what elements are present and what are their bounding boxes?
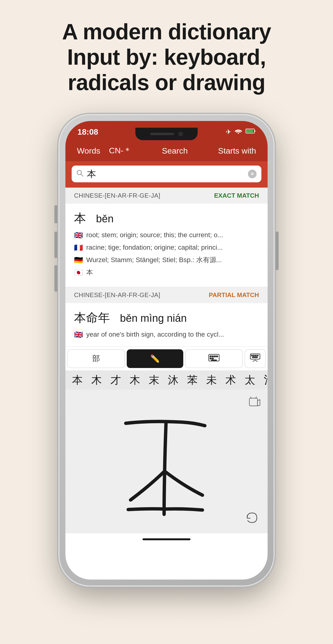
svg-rect-3 [246, 130, 253, 133]
partial-pinyin: běn mìng nián [120, 312, 187, 324]
partial-match-card[interactable]: 本命年 běn mìng nián 🇬🇧 year of one's birth… [66, 303, 268, 346]
exact-match-badge: EXACT MATCH [214, 192, 259, 199]
search-icon [76, 170, 84, 178]
partial-headword: 本命年 běn mìng nián [74, 310, 259, 326]
phone-screen: 18:08 ✈ [66, 121, 268, 580]
svg-line-20 [253, 360, 255, 362]
svg-rect-16 [253, 355, 254, 356]
hide-keyboard-icon [250, 354, 260, 364]
svg-point-0 [238, 133, 239, 134]
suggestion-5[interactable]: 沐 [164, 373, 183, 387]
search-area: 本 × [66, 161, 268, 188]
svg-rect-22 [250, 398, 258, 406]
home-indicator [66, 533, 268, 545]
svg-rect-2 [254, 130, 256, 132]
nav-cn[interactable]: CN-＊ [105, 145, 136, 156]
suggestion-2[interactable]: 才 [106, 373, 125, 387]
suggestion-0[interactable]: 本 [68, 373, 87, 387]
nav-search[interactable]: Search [158, 146, 192, 156]
phone-mockup: 18:08 ✈ [59, 114, 274, 586]
search-input[interactable]: 本 [87, 168, 244, 180]
svg-rect-12 [212, 358, 214, 359]
draw-button[interactable]: ✏️ [127, 349, 183, 368]
svg-rect-7 [210, 356, 211, 357]
def-en: 🇬🇧 root; stem; origin; source; this; the… [74, 230, 259, 240]
title-line2: Input by: keyboard, [62, 44, 271, 70]
search-clear-button[interactable]: × [248, 170, 256, 178]
svg-rect-15 [251, 355, 252, 356]
svg-rect-18 [257, 355, 258, 356]
flag-fr: 🇫🇷 [74, 243, 83, 253]
flag-uk: 🇬🇧 [74, 230, 83, 240]
radical-button[interactable]: 部 [67, 349, 125, 368]
exact-pinyin: běn [96, 213, 114, 224]
partial-def-en: 🇬🇧 year of one's birth sign, according t… [74, 330, 259, 340]
flag-ja: 🇯🇵 [74, 268, 83, 278]
battery-icon [246, 128, 256, 136]
power-button [274, 232, 278, 270]
hide-keyboard-button[interactable] [244, 349, 266, 368]
status-time: 18:08 [78, 127, 98, 136]
svg-point-4 [77, 170, 82, 175]
input-toolbar: 部 ✏️ [66, 346, 268, 370]
suggestion-1[interactable]: 木 [87, 373, 106, 387]
svg-rect-10 [216, 356, 218, 357]
draw-icon: ✏️ [150, 354, 160, 363]
svg-line-21 [255, 360, 258, 362]
svg-rect-13 [211, 360, 216, 361]
main-content: CHINESE-[EN-AR-FR-GE-JA] EXACT MATCH 本 b… [66, 188, 268, 545]
suggestion-9[interactable]: 太 [240, 373, 260, 387]
draw-undo-button[interactable] [244, 509, 260, 526]
speaker [150, 133, 174, 135]
partial-match-badge: PARTIAL MATCH [209, 291, 259, 299]
exact-match-card[interactable]: 本 běn 🇬🇧 root; stem; origin; source; thi… [66, 204, 268, 287]
partial-char: 本命年 [74, 311, 110, 324]
def-fr: 🇫🇷 racine; tige; fondation; origine; cap… [74, 243, 259, 253]
search-box[interactable]: 本 × [72, 166, 261, 182]
svg-rect-9 [214, 356, 216, 357]
nav-words[interactable]: Words [72, 146, 105, 156]
suggestion-4[interactable]: 末 [144, 373, 164, 387]
suggestion-6[interactable]: 苯 [183, 373, 202, 387]
char-suggestions: 本 木 才 木 末 沐 苯 未 术 太 氵 [66, 370, 268, 390]
def-de: 🇩🇪 Wurzel; Stamm; Stängel; Stiel; Bsp.: … [74, 255, 259, 265]
keyboard-icon [208, 354, 220, 364]
drawing-area[interactable] [66, 390, 268, 533]
partial-language-label: CHINESE-[EN-AR-FR-GE-JA] [74, 291, 160, 299]
exact-match-header: CHINESE-[EN-AR-FR-GE-JA] EXACT MATCH [66, 188, 268, 204]
suggestion-10[interactable]: 氵 [260, 373, 268, 387]
camera [178, 132, 183, 136]
home-bar [142, 538, 190, 540]
exact-language-label: CHINESE-[EN-AR-FR-GE-JA] [74, 192, 160, 199]
airplane-icon: ✈ [226, 128, 231, 136]
radical-label: 部 [92, 354, 100, 364]
svg-rect-11 [210, 358, 211, 359]
notch [135, 128, 198, 140]
page-title: A modern dictionary Input by: keyboard, … [62, 19, 271, 95]
svg-rect-8 [212, 356, 214, 357]
nav-starts-with[interactable]: Starts with [214, 146, 260, 156]
keyboard-button[interactable] [185, 349, 243, 368]
volume-mute-button [54, 205, 59, 223]
exact-headword: 本 běn [74, 210, 259, 226]
nav-bar: Words CN-＊ Search Starts with [66, 140, 268, 161]
wifi-icon [234, 128, 242, 136]
def-ja: 🇯🇵 本 [74, 268, 259, 278]
svg-rect-19 [252, 357, 258, 358]
flag-uk-partial: 🇬🇧 [74, 330, 83, 340]
svg-rect-17 [255, 355, 256, 356]
suggestion-8[interactable]: 术 [221, 373, 240, 387]
drawn-character [106, 400, 226, 529]
title-line3: radicals or drawing [62, 70, 271, 95]
volume-down-button [54, 265, 59, 292]
suggestion-3[interactable]: 木 [125, 373, 144, 387]
title-line1: A modern dictionary [62, 19, 271, 44]
partial-match-header: CHINESE-[EN-AR-FR-GE-JA] PARTIAL MATCH [66, 287, 268, 303]
suggestion-7[interactable]: 未 [202, 373, 221, 387]
draw-clear-button[interactable] [248, 395, 262, 410]
status-icons: ✈ [226, 128, 256, 136]
svg-line-5 [81, 174, 83, 176]
flag-de: 🇩🇪 [74, 255, 83, 265]
exact-char: 本 [74, 212, 86, 225]
volume-up-button [54, 232, 59, 258]
